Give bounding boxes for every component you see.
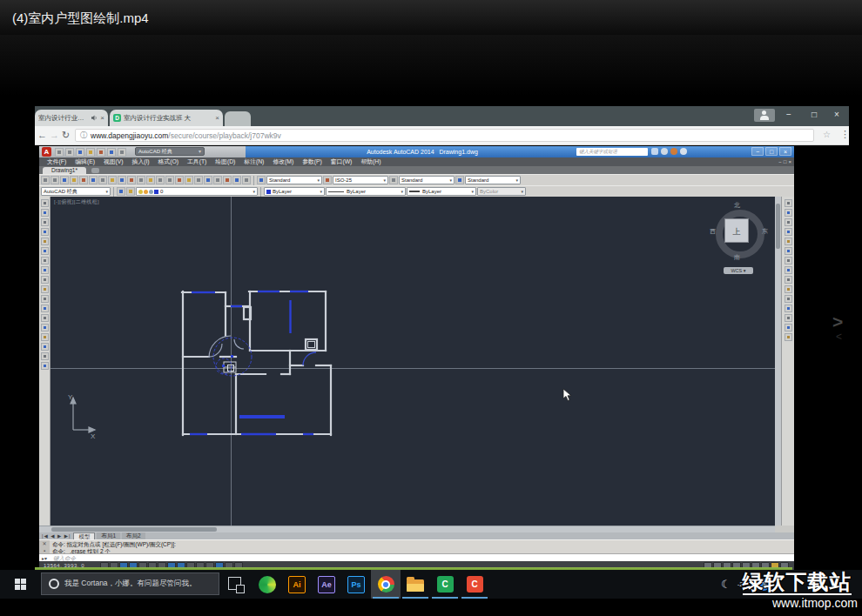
tab-close-icon[interactable]: × <box>215 114 219 122</box>
dim-style-dropdown[interactable]: ISO-25▾ <box>333 176 388 184</box>
tool-icon[interactable] <box>785 199 792 207</box>
tool-icon[interactable] <box>785 209 792 217</box>
tool-icon[interactable] <box>41 257 49 264</box>
tool-icon[interactable] <box>55 148 64 157</box>
forward-icon[interactable]: → <box>50 130 59 140</box>
tool-icon[interactable] <box>118 148 126 157</box>
browser-menu-icon[interactable]: ⋮ <box>840 129 850 140</box>
menu-item[interactable]: 视图(V) <box>99 157 128 166</box>
tool-icon[interactable] <box>785 295 792 303</box>
acad-maximize-button[interactable]: □ <box>765 147 778 156</box>
vertical-scrollbar[interactable] <box>775 197 781 526</box>
layout-tab-布局1[interactable]: 布局1 <box>97 532 120 539</box>
tool-icon[interactable] <box>175 176 184 184</box>
tool-icon[interactable] <box>41 362 49 370</box>
layout-nav-arrows[interactable]: |◀ ◀ ▶ ▶| <box>42 533 71 539</box>
viewcube-wcs-menu[interactable]: WCS ▾ <box>724 267 753 274</box>
color-dropdown[interactable]: ByLayer▾ <box>264 187 325 196</box>
tool-icon[interactable] <box>65 148 74 157</box>
tool-icon[interactable] <box>223 176 232 184</box>
drawing-canvas[interactable]: [-][俯视][二维线框] 北 南 西 东 上 WCS ▾ <box>51 197 775 526</box>
doc-close-button[interactable]: × <box>788 158 791 165</box>
taskbar-app-after-effects[interactable]: Ae <box>312 570 341 599</box>
tool-icon[interactable] <box>41 266 49 274</box>
tab-audio-icon[interactable] <box>91 115 98 121</box>
taskbar-app-photoshop[interactable]: Ps <box>341 570 371 599</box>
browser-close-button[interactable]: × <box>825 106 849 124</box>
browser-tab-1[interactable]: 室内设计行业实战班 × <box>35 110 108 126</box>
menu-item[interactable]: 绘图(D) <box>211 157 239 166</box>
tool-icon[interactable] <box>41 218 49 226</box>
menu-item[interactable]: 插入(I) <box>128 157 154 166</box>
cortana-search-box[interactable]: 我是 Cortana，小娜。有问题尽管问我。 <box>41 572 219 595</box>
new-drawing-button[interactable] <box>91 168 99 173</box>
menu-item[interactable]: 参数(P) <box>298 157 327 166</box>
tool-icon[interactable] <box>785 314 792 322</box>
linetype-dropdown[interactable]: ByLayer▾ <box>326 187 406 196</box>
plotstyle-dropdown[interactable]: ByColor▾ <box>477 187 526 196</box>
autocad-logo[interactable]: A <box>42 147 51 157</box>
workspace-dropdown[interactable]: ▾AutoCAD 经典 <box>135 147 205 156</box>
viewcube-top-face[interactable]: 上 <box>724 218 749 243</box>
layout-tab-模型[interactable]: 模型 <box>73 532 95 539</box>
layer-properties-icon[interactable] <box>117 187 125 196</box>
menu-item[interactable]: 修改(M) <box>268 157 298 166</box>
viewcube-south[interactable]: 南 <box>734 253 740 262</box>
horizontal-scrollbar[interactable] <box>39 526 775 532</box>
menu-item[interactable]: 帮助(H) <box>356 157 385 166</box>
tool-icon[interactable] <box>785 266 792 274</box>
mleader-style-icon[interactable] <box>455 176 464 184</box>
command-input[interactable]: ▸▾ 键入命令 <box>39 553 794 561</box>
viewcube-east[interactable]: 东 <box>762 227 768 236</box>
tool-icon[interactable] <box>79 176 88 184</box>
acad-close-button[interactable]: × <box>779 147 791 156</box>
menu-item[interactable]: 窗口(W) <box>327 157 357 166</box>
tool-icon[interactable] <box>785 276 792 284</box>
drawing-tab[interactable]: Drawing1* <box>43 167 86 174</box>
tool-icon[interactable] <box>785 285 792 293</box>
table-style-icon[interactable] <box>389 176 398 184</box>
viewcube[interactable]: 北 南 西 东 上 WCS ▾ <box>710 201 771 281</box>
tool-icon[interactable] <box>41 276 49 284</box>
tool-icon[interactable] <box>785 238 792 245</box>
vscroll-thumb[interactable] <box>776 204 780 249</box>
tool-icon[interactable] <box>41 209 49 217</box>
menu-item[interactable]: 工具(T) <box>183 157 211 166</box>
taskbar-app-app-c-red[interactable]: C <box>460 570 489 599</box>
doc-minimize-button[interactable]: − <box>778 158 782 165</box>
mleader-style-dropdown[interactable]: Standard▾ <box>465 176 521 184</box>
tool-icon[interactable] <box>785 333 792 341</box>
tool-icon[interactable] <box>146 176 155 184</box>
tool-icon[interactable] <box>89 176 98 184</box>
taskbar-app-app-c-green[interactable]: C <box>430 570 460 599</box>
tool-icon[interactable] <box>51 176 59 184</box>
layer-dropdown[interactable]: 0▾ <box>136 187 258 196</box>
tool-icon[interactable] <box>41 295 49 303</box>
tool-icon[interactable] <box>41 238 49 245</box>
tool-icon[interactable] <box>70 176 78 184</box>
browser-maximize-button[interactable]: □ <box>802 106 826 124</box>
tool-icon[interactable] <box>41 247 49 255</box>
tool-icon[interactable] <box>41 305 49 312</box>
taskbar-app-chrome[interactable] <box>371 570 401 599</box>
viewcube-west[interactable]: 西 <box>710 227 716 236</box>
tool-icon[interactable] <box>137 176 145 184</box>
menu-item[interactable]: 编辑(E) <box>71 157 99 166</box>
tool-icon[interactable] <box>76 148 84 157</box>
menu-item[interactable]: 格式(O) <box>154 157 183 166</box>
tool-icon[interactable] <box>60 176 69 184</box>
tool-icon[interactable] <box>232 176 241 184</box>
bookmark-star-icon[interactable]: ☆ <box>823 130 831 139</box>
text-style-icon[interactable] <box>257 176 266 184</box>
doc-restore-button[interactable]: □ <box>784 158 787 165</box>
tool-icon[interactable] <box>785 324 792 331</box>
tool-icon[interactable] <box>41 352 49 360</box>
back-icon[interactable]: ← <box>37 130 47 140</box>
tool-icon[interactable] <box>41 333 49 341</box>
help-search-input[interactable]: 键入关键字或短语 <box>576 148 648 156</box>
task-view-button[interactable] <box>228 577 241 590</box>
lineweight-dropdown[interactable]: ByLayer▾ <box>407 187 476 196</box>
tool-icon[interactable] <box>41 228 49 236</box>
tool-icon[interactable] <box>213 176 222 184</box>
tool-icon[interactable] <box>785 228 792 236</box>
